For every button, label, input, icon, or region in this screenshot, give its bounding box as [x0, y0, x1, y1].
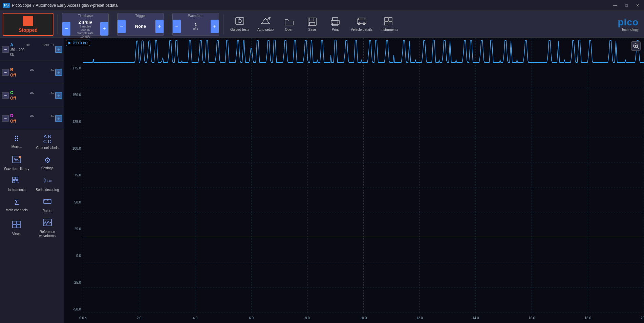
waveform-library-label: Waveform library [4, 167, 29, 171]
rulers-button[interactable]: Rulers [32, 195, 63, 216]
timebase-increase-button[interactable]: + [100, 22, 108, 36]
save-button[interactable]: Save [302, 16, 322, 33]
channel-a-minus[interactable]: − [2, 46, 9, 53]
channel-a-row1: A DC BNC+ R [10, 42, 54, 47]
rulers-icon [43, 197, 52, 208]
channel-c-main: C DC x1 Off [10, 90, 54, 101]
svg-rect-11 [332, 18, 338, 20]
reference-waveforms-button[interactable]: Reference waveforms [32, 216, 63, 241]
math-channels-button[interactable]: Σ Math channels [1, 195, 32, 216]
channel-c-dc: DC [30, 91, 34, 94]
y-label-100: 100.0 [65, 147, 82, 150]
svg-text:1101: 1101 [47, 179, 52, 182]
svg-rect-9 [310, 18, 314, 21]
channel-c-letter: C [10, 90, 13, 95]
y-label-125: 125.0 [65, 120, 82, 124]
svg-rect-10 [309, 22, 315, 25]
auto-setup-button[interactable]: Auto setup [255, 16, 276, 33]
channel-d-letter: D [10, 113, 13, 118]
channel-c-row1: C DC x1 [10, 90, 54, 95]
x-label-4: 4.0 [193, 316, 197, 320]
trigger-increase-button[interactable]: + [155, 20, 164, 33]
guided-tests-icon [234, 17, 245, 26]
svg-rect-25 [13, 177, 15, 179]
vehicle-details-label: Vehicle details [351, 28, 372, 31]
minimize-button[interactable]: — [611, 3, 619, 8]
trigger-decrease-button[interactable]: − [117, 20, 126, 33]
x-label-0: 0.0 s [79, 316, 87, 320]
y-label-175: 175.0 [65, 66, 82, 70]
maximize-button[interactable]: □ [623, 3, 630, 8]
serial-decoding-icon: 1101 [43, 176, 52, 187]
channel-labels-label: Channel labels [36, 146, 59, 150]
channel-c-plus[interactable]: + [55, 92, 62, 99]
print-button[interactable]: Print [325, 16, 345, 33]
settings-icon: ⚙ [44, 156, 51, 165]
instruments-toolbar-label: Instruments [381, 28, 398, 31]
trigger-section: Trigger − None + [117, 13, 164, 36]
channel-b-letter: B [10, 67, 13, 72]
y-axis: 200.0 175.0 150.0 125.0 100.0 75.0 50.0 … [64, 38, 83, 313]
instruments-sidebar-icon [12, 176, 21, 187]
channel-b-row1: B DC x1 [10, 67, 54, 72]
waveform-decrease-button[interactable]: − [173, 20, 181, 33]
channel-b-main: B DC x1 Off [10, 67, 54, 78]
svg-rect-26 [16, 177, 18, 179]
svg-line-28 [44, 178, 46, 180]
channel-b-minus[interactable]: − [2, 69, 9, 76]
channel-d-minus[interactable]: − [2, 115, 9, 122]
waveform-svg [83, 38, 644, 313]
channel-d-item: − D DC x1 Off + [0, 107, 64, 130]
vehicle-details-icon [356, 17, 367, 26]
settings-button[interactable]: ⚙ Settings [32, 153, 63, 174]
open-button[interactable]: Open [279, 16, 299, 33]
open-label: Open [285, 28, 293, 31]
x-label-20: 20.0 [641, 316, 644, 320]
waveform-library-button[interactable]: β Waveform library [1, 153, 32, 174]
channel-b-plus[interactable]: + [55, 69, 62, 76]
open-icon [284, 17, 295, 26]
chart-area: 200.0 175.0 150.0 125.0 100.0 75.0 50.0 … [64, 38, 644, 323]
instruments-toolbar-button[interactable]: Instruments [378, 16, 401, 33]
waveform-value: 1 [194, 22, 197, 27]
sidebar-bottom: ⠿ More... A BC D Channel labels β Wavefo… [0, 130, 64, 323]
zoom-button[interactable] [631, 41, 641, 51]
stop-button[interactable]: Stopped [3, 13, 53, 36]
serial-decoding-label: Serial decoding [36, 188, 59, 192]
samples-label: Samples [79, 25, 91, 28]
channel-d-dc: DC [30, 114, 34, 117]
instruments-sidebar-button[interactable]: Instruments [1, 174, 32, 195]
views-button[interactable]: Views [1, 216, 32, 241]
pico-brand-text: pico [618, 17, 639, 28]
title-bar: PS PicoScope 7 Automotive Early Access g… [0, 0, 644, 11]
app-icon: PS [3, 3, 10, 8]
value-arrow: ▶ [68, 41, 71, 45]
serial-decoding-button[interactable]: 1101 Serial decoding [32, 174, 63, 195]
auto-setup-icon [260, 17, 271, 26]
channel-d-plus[interactable]: + [55, 115, 62, 122]
channel-c-coupling: x1 [50, 91, 54, 94]
waveform-increase-button[interactable]: + [211, 20, 219, 33]
close-button[interactable]: ✕ [634, 3, 641, 8]
views-icon [12, 220, 21, 231]
save-label: Save [308, 28, 316, 31]
channel-b-coupling: x1 [50, 68, 54, 71]
more-button[interactable]: ⠿ More... [1, 131, 32, 153]
current-value-text: 200.0 [72, 41, 82, 45]
timebase-decrease-button[interactable]: − [62, 22, 70, 36]
channel-c-item: − C DC x1 Off + [0, 84, 64, 107]
svg-rect-20 [389, 18, 392, 21]
guided-tests-button[interactable]: Guided tests [228, 16, 252, 33]
channel-labels-button[interactable]: A BC D Channel labels [32, 131, 63, 153]
vehicle-details-button[interactable]: Vehicle details [348, 16, 375, 33]
main-area: − A DC BNC+ R -50 .. 200 kΩ + − B [0, 38, 644, 323]
toolbar: Stopped Timebase − 2 s/div Samples 200 k… [0, 11, 644, 38]
grid-container [83, 38, 644, 313]
channel-a-plus[interactable]: + [55, 46, 62, 53]
sample-rate-value: 10 kS/s [80, 35, 90, 38]
channel-a-letter: A [10, 42, 13, 47]
timebase-section: Timebase − 2 s/div Samples 200 kS Sample… [62, 13, 109, 36]
channel-c-minus[interactable]: − [2, 92, 9, 99]
svg-line-29 [44, 180, 46, 182]
save-icon [307, 17, 318, 26]
